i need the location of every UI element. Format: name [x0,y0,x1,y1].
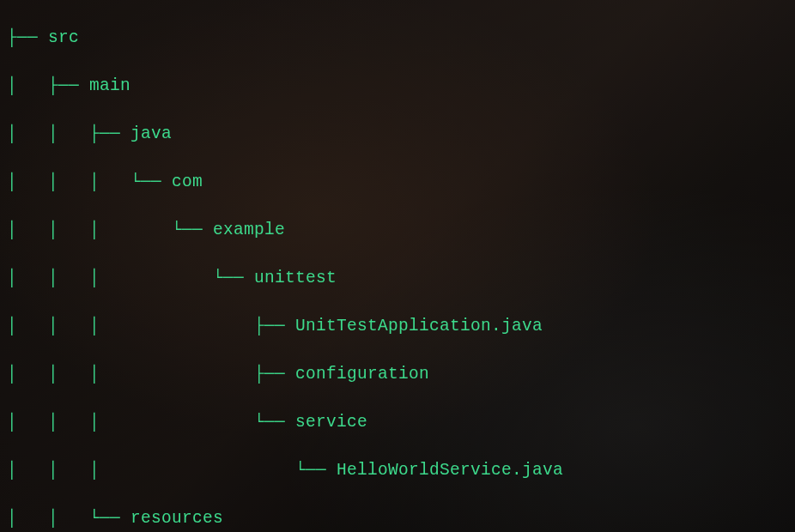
terminal-output: ├── src │ ├── main │ │ ├── java │ │ │ └─… [0,0,795,532]
tree-line: │ │ │ └── example [7,218,788,242]
tree-line: │ │ │ └── unittest [7,266,788,290]
tree-line: ├── src [7,26,788,50]
tree-line: │ │ │ └── HelloWorldService.java [7,458,788,482]
tree-line: │ │ │ └── com [7,170,788,194]
tree-line: │ │ └── resources [7,506,788,530]
tree-line: │ │ ├── java [7,122,788,146]
tree-line: │ │ │ ├── configuration [7,362,788,386]
tree-line: │ ├── main [7,74,788,98]
tree-line: │ │ │ └── service [7,410,788,434]
tree-line: │ │ │ ├── UnitTestApplication.java [7,314,788,338]
